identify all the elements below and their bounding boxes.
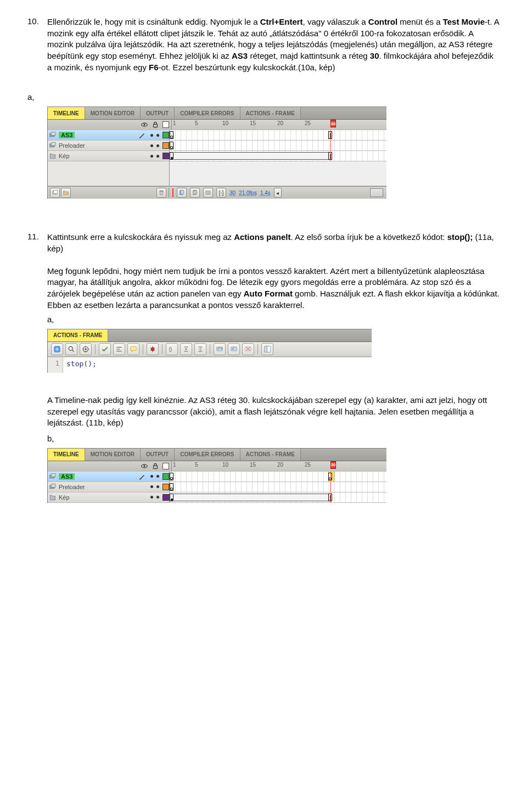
keyframe[interactable] (170, 131, 173, 139)
frame-span[interactable] (174, 152, 328, 160)
tab-motion-editor[interactable]: MOTION EDITOR (85, 449, 141, 461)
layer-color[interactable] (162, 473, 169, 480)
ruler-tick: 1 (173, 462, 176, 468)
svg-rect-11 (181, 191, 184, 194)
expand-all-button[interactable] (194, 343, 206, 355)
edit-multiple-frames-button[interactable] (203, 188, 213, 198)
new-layer-button[interactable] (50, 188, 60, 198)
layer-color[interactable] (162, 142, 169, 149)
layer-name: Preloader (58, 484, 150, 490)
frame-span[interactable] (174, 494, 328, 501)
ruler-tick: 25 (305, 120, 311, 126)
actions-code-area[interactable]: 1 stop(); (48, 357, 372, 373)
tab-actions-frame[interactable]: ACTIONS - FRAME (240, 449, 301, 461)
show-code-hint-button[interactable] (127, 343, 139, 355)
check-syntax-button[interactable] (99, 343, 111, 355)
playhead-line (330, 151, 331, 161)
scroll-left-button[interactable]: ◂ (274, 188, 282, 198)
layer-row-as3[interactable]: AS3 a (48, 472, 386, 482)
keyframe[interactable] (170, 142, 173, 149)
tab-compiler-errors[interactable]: COMPILER ERRORS (175, 107, 240, 119)
layer-color[interactable] (162, 153, 169, 159)
current-frame[interactable]: 30 (229, 190, 236, 196)
layer-as3: AS3 (232, 51, 248, 60)
apply-line-comment-button[interactable]: // (228, 343, 240, 355)
code-text[interactable]: stop(); (63, 357, 372, 373)
tab-compiler-errors[interactable]: COMPILER ERRORS (175, 449, 240, 461)
text: -ot. Ezzel beszúrtunk egy kulcskockát.(1… (159, 63, 335, 72)
svg-rect-28 (265, 346, 267, 352)
keyframe[interactable] (170, 483, 173, 491)
tab-output[interactable]: OUTPUT (141, 107, 175, 119)
svg-rect-32 (154, 466, 158, 468)
outline-toggle[interactable] (162, 463, 169, 469)
delete-layer-button[interactable] (156, 188, 166, 198)
layer-icon (49, 483, 57, 491)
playhead-line (330, 472, 331, 481)
tab-timeline[interactable]: TIMELINE (48, 107, 85, 119)
eye-icon[interactable] (141, 121, 148, 128)
layer-row-preloader[interactable]: Preloader (48, 482, 386, 492)
lock-icon[interactable] (152, 121, 159, 128)
layer-row-preloader[interactable]: Preloader (48, 141, 386, 151)
text: Ellenőrizzük le, hogy mit is csináltunk … (47, 17, 260, 26)
layer-row-as3[interactable]: AS3 (48, 130, 386, 141)
layer-color[interactable] (162, 132, 169, 138)
collapse-between-braces-button[interactable]: {} (166, 343, 178, 355)
svg-rect-2 (154, 125, 158, 127)
svg-point-17 (69, 346, 72, 350)
scrollbar-thumb[interactable] (370, 188, 383, 197)
find-button[interactable] (65, 343, 77, 355)
frame-ruler[interactable]: 1 5 10 15 20 25 30 (172, 461, 386, 471)
item-number: 11. (27, 232, 47, 257)
layer-name: AS3 (59, 132, 75, 138)
timeline-tabs: TIMELINE MOTION EDITOR OUTPUT COMPILER E… (48, 107, 386, 120)
playhead[interactable]: 30 (330, 461, 336, 469)
collapse-selection-button[interactable] (180, 343, 192, 355)
ruler-tick: 20 (277, 120, 283, 126)
keyframe[interactable] (170, 152, 173, 160)
eye-icon[interactable] (141, 462, 148, 470)
playhead[interactable]: 30 (330, 120, 336, 127)
layer-color[interactable] (162, 494, 169, 501)
modify-markers-button[interactable]: [·] (216, 188, 226, 198)
new-folder-button[interactable] (61, 188, 71, 198)
layer-color[interactable] (162, 484, 169, 490)
tab-timeline[interactable]: TIMELINE (48, 449, 85, 461)
actions-toolbar: {} /* */ // (48, 342, 372, 357)
toolbar-separator (257, 344, 258, 354)
add-item-button[interactable] (51, 343, 63, 355)
svg-point-21 (151, 348, 154, 351)
svg-rect-15 (209, 191, 210, 194)
lock-icon[interactable] (152, 462, 159, 470)
text: réteget, majd kattintsunk a réteg (248, 51, 370, 60)
tab-actions-frame[interactable]: ACTIONS - FRAME (240, 107, 301, 119)
keyframe[interactable] (170, 473, 173, 480)
debug-options-button[interactable] (147, 343, 159, 355)
insert-target-path-button[interactable] (80, 343, 92, 355)
layer-row-kep[interactable]: Kép (48, 492, 386, 503)
frame-ruler[interactable]: 1 5 10 15 20 25 30 (172, 120, 386, 130)
timeline-panel-10a: TIMELINE MOTION EDITOR OUTPUT COMPILER E… (47, 107, 386, 199)
onion-skin-button[interactable] (177, 188, 187, 198)
auto-format-button[interactable] (113, 343, 125, 355)
layer-row-kep[interactable]: Kép (48, 151, 386, 161)
keyframe[interactable] (170, 494, 173, 501)
svg-rect-9 (160, 191, 164, 192)
tab-motion-editor[interactable]: MOTION EDITOR (85, 107, 141, 119)
layer-name: Preloader (58, 142, 150, 149)
tab-actions-frame[interactable]: ACTIONS - FRAME (48, 329, 108, 341)
timeline-tabs: TIMELINE MOTION EDITOR OUTPUT COMPILER E… (48, 449, 386, 461)
onion-skin-outlines-button[interactable] (190, 188, 200, 198)
show-hide-toolbox-button[interactable] (261, 343, 273, 355)
layer-name: Kép (58, 153, 150, 159)
svg-rect-6 (51, 143, 55, 146)
timeline-header-row: 1 5 10 15 20 25 30 (48, 120, 386, 130)
tab-output[interactable]: OUTPUT (141, 449, 175, 461)
apply-block-comment-button[interactable]: /* */ (214, 343, 226, 355)
text: . Az első sorba írjuk be a következő kód… (291, 232, 447, 242)
remove-comment-button[interactable] (242, 343, 254, 355)
frame-rate[interactable]: 21.0fps (239, 190, 257, 196)
outline-toggle[interactable] (162, 121, 169, 128)
item-number: 10. (27, 16, 47, 76)
